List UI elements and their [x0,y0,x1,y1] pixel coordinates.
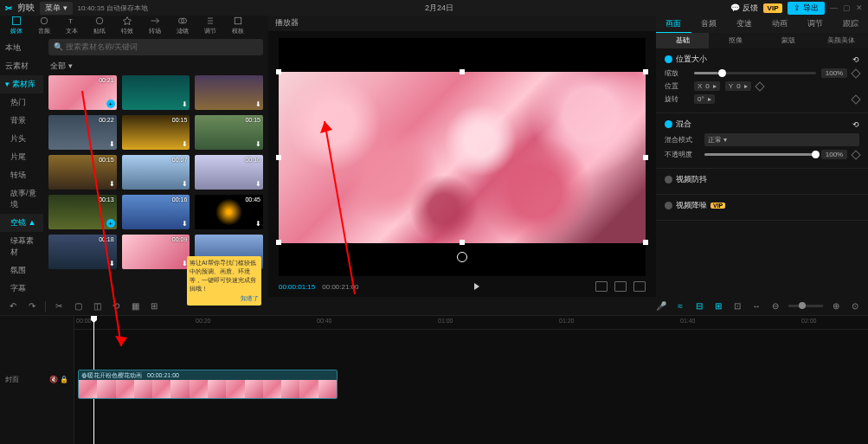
resize-handle[interactable] [276,240,281,245]
tl-icon[interactable]: ≈ [674,300,686,312]
blend-mode-select[interactable]: 正常 ▾ [704,133,859,146]
tool-sticker[interactable]: 贴纸 [90,16,109,35]
thumb-item[interactable]: 00:13+ [48,195,117,229]
tl-icon[interactable]: ⊡ [731,300,743,312]
thumb-item[interactable]: 00:22⬇ [48,115,117,150]
side-tab-local[interactable]: 本地 [0,39,43,57]
resize-handle[interactable] [276,69,281,74]
tab-speed[interactable]: 变速 [727,16,762,33]
play-button[interactable] [474,283,479,290]
resize-handle[interactable] [460,240,465,245]
fullscreen-button[interactable] [614,281,627,292]
delete-button[interactable]: ▢ [72,300,84,312]
tl-icon[interactable]: ▦ [129,300,141,312]
zoom-out-button[interactable]: ⊖ [769,300,781,312]
tooltip-ok[interactable]: 知道了 [190,294,259,303]
rotation-input[interactable]: 0° ▸ [694,94,715,104]
vip-badge[interactable]: VIP [763,3,783,13]
mic-button[interactable]: 🎤 [655,300,667,312]
pos-x-input[interactable]: X 0 ▸ [694,81,720,91]
keyframe-icon[interactable] [755,81,764,91]
resize-handle[interactable] [276,155,281,160]
reset-icon[interactable]: ⟲ [852,55,859,64]
filter-dropdown[interactable]: 全部 ▾ [43,59,268,74]
tl-icon[interactable]: ⟲ [110,300,122,312]
cat-empty[interactable]: 空镜 ▲ [0,214,43,232]
cat-trans[interactable]: 转场 [0,166,43,184]
toggle-icon[interactable] [665,176,672,183]
cat-hot[interactable]: 热门 [0,93,43,112]
rotate-handle[interactable] [457,252,467,262]
thumb-item[interactable]: 00:07⬇ [122,155,190,190]
tl-icon[interactable]: ⊞ [148,300,160,312]
side-tab-cloud[interactable]: 云素材 [0,57,43,75]
subtab-cutout[interactable]: 抠像 [709,33,762,48]
scale-value[interactable]: 100% [821,68,847,78]
cat-intro[interactable]: 片头 [0,130,43,148]
thumb-item[interactable]: ⬇ [195,75,263,110]
thumb-item[interactable]: 00:15⬇ [195,115,263,150]
thumb-item[interactable]: 00:15⬇ [48,155,117,190]
resize-handle[interactable] [643,155,648,160]
redo-button[interactable]: ↷ [26,300,38,312]
thumb-item[interactable]: 00:45⬇ [195,195,263,229]
tl-icon[interactable]: ⊙ [849,300,861,312]
cat-outro[interactable]: 片尾 [0,148,43,166]
keyframe-icon[interactable] [851,68,860,78]
search-input[interactable]: 🔍 搜索素材名称/关键词 [48,39,263,55]
tl-icon[interactable]: ⊟ [693,300,705,312]
tab-anim[interactable]: 动画 [762,16,797,33]
preview-stage[interactable] [279,38,646,276]
thumb-item[interactable]: 00:15⬇ [122,115,190,150]
thumb-item[interactable]: 00:09⬇ [122,235,190,269]
toggle-icon[interactable] [665,120,672,128]
reset-icon[interactable]: ⟲ [852,120,859,129]
tl-icon[interactable]: ⊞ [712,300,724,312]
cat-sub[interactable]: 字幕 [0,280,43,298]
resize-handle[interactable] [643,240,648,245]
cat-mood[interactable]: 氛围 [0,261,43,280]
tool-filter[interactable]: 滤镜 [173,16,192,35]
thumb-item[interactable]: 00:16⬇ [122,195,190,229]
opacity-slider[interactable] [704,153,816,156]
timeline-ruler[interactable]: 00:00 00:20 00:40 01:00 01:20 01:40 02:0… [74,316,868,330]
download-icon[interactable]: ⬇ [255,100,261,108]
cat-green[interactable]: 绿幕素材 [0,232,43,261]
timeline-area[interactable]: 00:00 00:20 00:40 01:00 01:20 01:40 02:0… [74,316,868,444]
toggle-icon[interactable] [665,55,672,63]
thumb-item[interactable]: ⬇ [122,75,190,110]
cat-story[interactable]: 故事/意境 [0,184,43,214]
resize-handle[interactable] [643,69,648,74]
resize-handle[interactable] [460,69,465,74]
keyframe-icon[interactable] [851,94,860,104]
maximize-button[interactable]: ▢ [843,3,851,12]
zoom-in-button[interactable]: ⊕ [830,300,842,312]
keyframe-icon[interactable] [851,150,860,159]
tool-audio[interactable]: 音频 [35,16,54,35]
thumb-item[interactable]: 00:18⬇ [48,235,117,269]
add-icon[interactable]: + [106,100,115,108]
tl-icon[interactable]: ◫ [91,300,103,312]
tab-track[interactable]: 跟踪 [833,16,868,33]
tool-transition[interactable]: 转场 [145,16,164,35]
minimize-button[interactable]: — [830,3,838,12]
tl-icon[interactable]: ↔ [750,300,762,312]
tool-text[interactable]: T文本 [62,16,81,35]
export-button[interactable]: ⇪ 导出 [788,2,825,15]
lock-icon[interactable]: 🔇 🔒 [49,376,68,383]
undo-button[interactable]: ↶ [7,300,19,312]
scale-slider[interactable] [694,72,816,74]
toggle-icon[interactable] [665,202,672,209]
tool-effect[interactable]: 特效 [118,16,137,35]
subtab-basic[interactable]: 基础 [656,33,709,48]
opacity-value[interactable]: 100% [821,150,847,159]
download-icon[interactable]: ⬇ [182,100,188,108]
subtab-beauty[interactable]: 美颜美体 [815,33,868,48]
split-button[interactable]: ✂ [53,300,65,312]
tab-audio[interactable]: 音频 [691,16,727,33]
feedback-button[interactable]: 💬 反馈 [730,3,758,14]
tab-picture[interactable]: 画面 [656,16,691,33]
zoom-slider[interactable] [788,305,823,307]
tool-template[interactable]: 模板 [228,16,248,35]
more-button[interactable] [633,281,646,292]
